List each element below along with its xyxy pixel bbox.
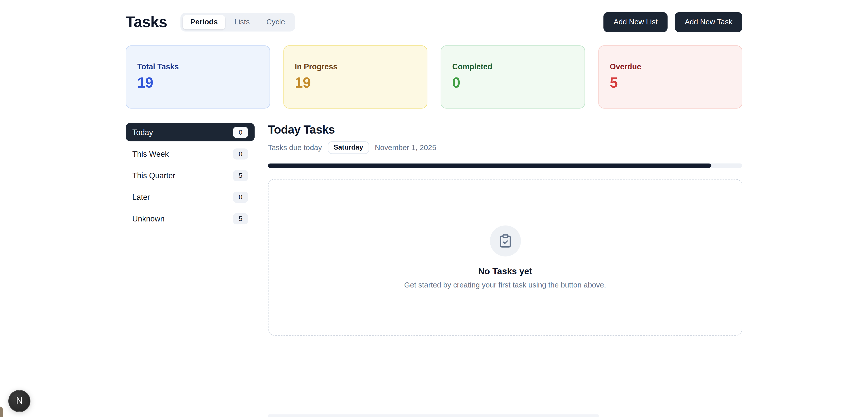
view-tab-lists[interactable]: Lists xyxy=(227,15,258,29)
header-actions: Add New List Add New Task xyxy=(603,12,742,32)
progress-bar-track xyxy=(268,163,742,168)
stat-card-value: 19 xyxy=(294,76,416,90)
app-viewport: Tasks PeriodsListsCycle Add New List Add… xyxy=(0,0,868,417)
empty-state-subtitle: Get started by creating your first task … xyxy=(404,281,606,289)
meta-row: Tasks due today Saturday November 1, 202… xyxy=(268,141,742,154)
empty-state-title: No Tasks yet xyxy=(478,267,532,276)
progress-bar-fill xyxy=(268,163,712,168)
sidebar-item-label: This Week xyxy=(132,150,169,158)
sidebar-item-label: Unknown xyxy=(132,215,164,222)
sidebar-item-label: Today xyxy=(132,128,153,136)
sidebar-item-unknown[interactable]: Unknown 5 xyxy=(126,209,254,228)
day-badge: Saturday xyxy=(328,141,369,154)
content-area: Today 0 This Week 0 This Quarter 5 Later… xyxy=(126,123,742,335)
clipboard-check-icon xyxy=(490,225,521,256)
stat-card-total-tasks: Total Tasks 19 xyxy=(126,46,270,109)
periods-sidebar: Today 0 This Week 0 This Quarter 5 Later… xyxy=(126,123,254,231)
tasks-page: Tasks PeriodsListsCycle Add New List Add… xyxy=(126,0,742,335)
sidebar-item-count-badge: 0 xyxy=(233,126,248,138)
header-left: Tasks PeriodsListsCycle xyxy=(126,13,295,31)
sidebar-item-label: Later xyxy=(132,193,150,201)
stats-cards: Total Tasks 19 In Progress 19 Completed … xyxy=(126,46,742,109)
sidebar-item-count-badge: 0 xyxy=(233,148,248,159)
add-new-list-button[interactable]: Add New List xyxy=(603,12,668,32)
stat-card-value: 5 xyxy=(610,76,731,90)
view-switcher: PeriodsListsCycle xyxy=(181,13,295,31)
stat-card-in-progress: In Progress 19 xyxy=(283,46,427,109)
stat-card-label: Completed xyxy=(452,62,574,70)
sidebar-item-label: This Quarter xyxy=(132,172,175,179)
sidebar-item-later[interactable]: Later 0 xyxy=(126,188,254,206)
main-panel: Today Tasks Tasks due today Saturday Nov… xyxy=(268,123,742,335)
empty-state: No Tasks yet Get started by creating you… xyxy=(268,179,742,335)
horizontal-scrollbar-thumb[interactable] xyxy=(268,414,599,417)
stat-card-overdue: Overdue 5 xyxy=(598,46,742,109)
view-tab-cycle[interactable]: Cycle xyxy=(259,15,293,29)
nextjs-dev-badge[interactable]: N xyxy=(8,390,30,412)
stat-card-label: In Progress xyxy=(294,62,416,70)
sidebar-item-count-badge: 5 xyxy=(233,213,248,224)
meta-date: November 1, 2025 xyxy=(375,144,436,152)
section-title: Today Tasks xyxy=(268,123,742,137)
stat-card-label: Overdue xyxy=(610,62,731,70)
page-title: Tasks xyxy=(126,13,167,31)
sidebar-item-count-badge: 5 xyxy=(233,170,248,181)
add-new-task-button[interactable]: Add New Task xyxy=(675,12,742,32)
corner-decoration xyxy=(0,407,3,417)
stat-card-completed: Completed 0 xyxy=(441,46,585,109)
sidebar-item-this-week[interactable]: This Week 0 xyxy=(126,145,254,163)
sidebar-item-today[interactable]: Today 0 xyxy=(126,123,254,141)
stat-card-label: Total Tasks xyxy=(137,62,258,70)
stat-card-value: 19 xyxy=(137,76,258,90)
sidebar-item-count-badge: 0 xyxy=(233,191,248,203)
page-header: Tasks PeriodsListsCycle Add New List Add… xyxy=(126,11,742,33)
meta-prefix: Tasks due today xyxy=(268,144,322,152)
stat-card-value: 0 xyxy=(452,76,574,90)
sidebar-item-this-quarter[interactable]: This Quarter 5 xyxy=(126,166,254,184)
view-tab-periods[interactable]: Periods xyxy=(183,15,225,29)
